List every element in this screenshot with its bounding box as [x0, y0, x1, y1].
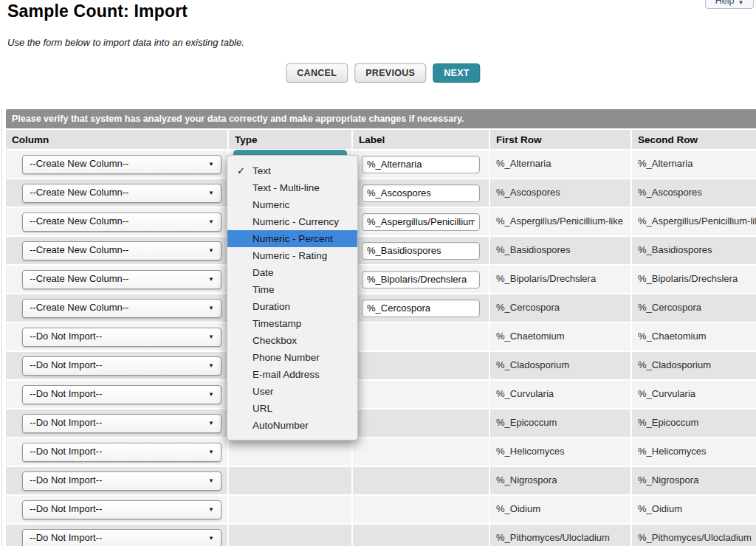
column-select-value: --Create New Column--: [30, 187, 128, 198]
type-cell: [229, 496, 353, 523]
cancel-button[interactable]: CANCEL: [286, 63, 348, 83]
page-left-border: [1, 109, 2, 546]
column-select[interactable]: --Do Not Import-- ▼: [22, 500, 221, 519]
type-menu-item-label: User: [252, 386, 274, 397]
column-select[interactable]: --Create New Column-- ▼: [22, 270, 221, 289]
type-menu-item-label: Numeric - Percent: [252, 233, 333, 244]
table-row: --Do Not Import-- ▼ %_Cladosporium %_Cla…: [6, 352, 756, 381]
chevron-down-icon: ▼: [208, 449, 214, 456]
chevron-down-icon: ▼: [208, 276, 214, 283]
first-row-value: %_Bipolaris/Drechslera: [496, 273, 596, 285]
type-menu-item[interactable]: ✓Text: [227, 162, 357, 179]
type-menu-item-label: Text - Multi-line: [252, 182, 320, 193]
column-select[interactable]: --Do Not Import-- ▼: [22, 443, 221, 462]
type-menu-item[interactable]: Numeric - Rating: [227, 247, 357, 264]
second-row-value: %_Epicoccum: [638, 417, 698, 429]
column-select-value: --Create New Column--: [30, 158, 128, 170]
import-mapping-table: Please verify that system has analyzed y…: [6, 109, 756, 546]
type-menu-item-label: AutoNumber: [252, 420, 309, 431]
column-select[interactable]: --Do Not Import-- ▼: [22, 328, 221, 347]
type-menu-item[interactable]: Phone Number: [227, 349, 357, 366]
chevron-down-icon: ▼: [208, 362, 214, 370]
label-input[interactable]: [362, 271, 480, 288]
table-row: --Do Not Import-- ▼ %_Chaetomium %_Chaet…: [6, 323, 756, 352]
type-menu-item-label: URL: [252, 403, 272, 414]
type-menu-item[interactable]: Duration: [227, 298, 357, 315]
type-cell: [229, 467, 353, 494]
label-input[interactable]: [362, 213, 480, 231]
table-row: --Do Not Import-- ▼ %_Helicomyces %_Heli…: [6, 438, 756, 467]
label-cell: [353, 381, 490, 408]
column-select[interactable]: --Do Not Import-- ▼: [22, 385, 221, 404]
column-select-value: --Do Not Import--: [30, 388, 102, 400]
next-button[interactable]: NEXT: [433, 63, 481, 83]
label-cell: [353, 438, 490, 466]
column-select-value: --Create New Column--: [30, 215, 128, 227]
type-menu-item[interactable]: Date: [227, 264, 357, 281]
column-select[interactable]: --Create New Column-- ▼: [22, 155, 221, 174]
label-input[interactable]: [362, 242, 480, 260]
type-menu-item-label: Numeric: [252, 199, 289, 210]
column-header: Label: [353, 130, 490, 149]
table-row: --Do Not Import-- ▼ %_Oidium %_Oidium: [6, 496, 756, 525]
second-row-value: %_Chaetomium: [638, 331, 707, 342]
label-cell: [353, 294, 490, 322]
column-select[interactable]: --Create New Column-- ▼: [22, 184, 221, 203]
type-menu-item[interactable]: AutoNumber: [227, 417, 357, 434]
first-row-value: %_Nigrospora: [496, 474, 557, 486]
first-row-value: %_Ascospores: [496, 187, 560, 198]
first-row-value: %_Pithomyces/Ulocladium: [496, 532, 610, 544]
type-menu-item-label: Text: [252, 165, 271, 176]
checkmark-icon: ✓: [237, 162, 245, 179]
type-menu-item[interactable]: Text - Multi-line: [227, 179, 357, 196]
type-menu-item-label: Duration: [252, 301, 290, 312]
label-input[interactable]: [362, 156, 480, 173]
second-row-value: %_Ascospores: [638, 187, 702, 198]
label-cell: [353, 237, 490, 264]
first-row-value: %_Aspergillus/Penicillium-like: [496, 215, 623, 227]
label-input[interactable]: [362, 184, 480, 202]
type-menu-item[interactable]: User: [227, 383, 357, 400]
first-row-value: %_Helicomyces: [496, 446, 564, 457]
type-menu-item[interactable]: Checkbox: [227, 332, 357, 349]
previous-button[interactable]: PREVIOUS: [354, 63, 426, 83]
chevron-down-icon: ▼: [208, 391, 214, 398]
first-row-value: %_Oidium: [496, 503, 540, 515]
column-select-value: --Do Not Import--: [30, 474, 102, 486]
type-menu-item[interactable]: Timestamp: [227, 315, 357, 332]
column-select-value: --Do Not Import--: [30, 503, 102, 515]
column-select[interactable]: --Do Not Import-- ▼: [22, 414, 221, 433]
column-select-value: --Do Not Import--: [30, 417, 102, 429]
column-select[interactable]: --Create New Column-- ▼: [22, 212, 221, 232]
column-select[interactable]: --Create New Column-- ▼: [22, 299, 221, 318]
type-cell: [229, 438, 353, 466]
label-cell: [353, 208, 490, 235]
label-cell: [353, 410, 490, 437]
label-cell: [353, 352, 490, 379]
type-menu-item[interactable]: Numeric - Currency: [227, 213, 357, 230]
label-cell: [353, 151, 490, 178]
column-select[interactable]: --Do Not Import-- ▼: [22, 529, 221, 546]
type-menu-item[interactable]: Time: [227, 281, 357, 298]
type-menu-item[interactable]: URL: [227, 400, 357, 417]
table-row: --Create New Column-- ▼ %_Basidiospores …: [6, 237, 756, 266]
type-menu-item[interactable]: Numeric: [227, 196, 357, 213]
first-row-value: %_Curvularia: [496, 388, 554, 400]
help-menu-button[interactable]: Help ▼: [705, 0, 754, 9]
type-menu-item-label: Date: [252, 267, 274, 278]
column-select[interactable]: --Do Not Import-- ▼: [22, 471, 221, 491]
column-select[interactable]: --Create New Column-- ▼: [22, 241, 221, 260]
column-select-value: --Create New Column--: [30, 244, 128, 256]
column-header: Second Row: [632, 130, 756, 149]
second-row-value: %_Pithomyces/Ulocladium: [638, 532, 752, 544]
type-menu-item-label: Time: [252, 284, 275, 295]
column-select[interactable]: --Do Not Import-- ▼: [22, 356, 221, 376]
label-input[interactable]: [362, 300, 480, 317]
type-menu-item-label: Phone Number: [252, 352, 320, 363]
type-cell: [229, 525, 353, 546]
chevron-down-icon: ▼: [738, 0, 743, 6]
table-row: --Do Not Import-- ▼ %_Nigrospora %_Nigro…: [6, 467, 756, 496]
type-menu-item[interactable]: Numeric - Percent: [227, 230, 357, 247]
type-menu-item-label: Numeric - Rating: [252, 250, 327, 261]
type-menu-item[interactable]: E-mail Address: [227, 366, 357, 383]
